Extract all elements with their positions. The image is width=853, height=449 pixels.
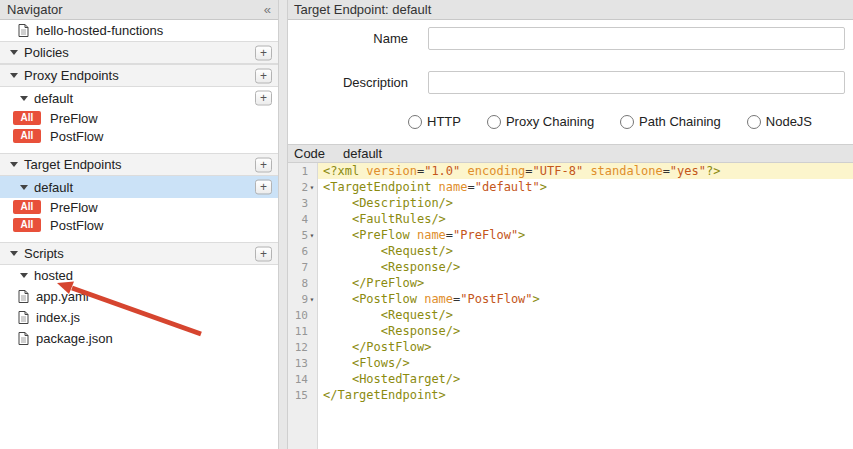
line-number[interactable]: 4 (288, 211, 317, 227)
chevron-down-icon[interactable] (10, 73, 18, 78)
divider (0, 234, 278, 242)
line-number[interactable]: 9▾ (288, 291, 317, 307)
file-icon (18, 290, 29, 303)
code-line[interactable]: </TargetEndpoint> (318, 387, 853, 403)
line-number[interactable]: 8 (288, 275, 317, 291)
nav-item-target-postflow[interactable]: All PostFlow (0, 216, 278, 234)
description-input[interactable] (428, 71, 845, 94)
nav-item-target-preflow[interactable]: All PreFlow (0, 198, 278, 216)
section-label: Policies (24, 45, 69, 60)
radio-nodejs[interactable]: NodeJS (747, 114, 812, 129)
radio-http-input[interactable] (408, 115, 422, 129)
nav-section-target-endpoints[interactable]: Target Endpoints + (0, 153, 278, 176)
endpoint-type-radios: HTTP Proxy Chaining Path Chaining NodeJS (408, 114, 812, 129)
code-line[interactable]: </PreFlow> (318, 275, 853, 291)
add-target-endpoint-button[interactable]: + (255, 157, 272, 172)
add-flow-button[interactable]: + (255, 180, 272, 195)
section-label: Target Endpoints (24, 157, 122, 172)
code-editor[interactable]: 12▾345▾6789▾101112131415 <?xml version="… (288, 163, 853, 449)
name-row: Name (288, 27, 845, 50)
code-line[interactable]: <Request/> (318, 243, 853, 259)
fold-arrow-icon[interactable]: ▾ (308, 183, 316, 192)
all-badge: All (13, 218, 41, 232)
code-line[interactable]: <FaultRules/> (318, 211, 853, 227)
code-line[interactable]: <Response/> (318, 259, 853, 275)
chevron-down-icon[interactable] (20, 273, 28, 278)
code-tab-filename[interactable]: default (343, 146, 382, 161)
nav-item-label: PreFlow (50, 200, 98, 215)
nav-item-proxy-root[interactable]: hello-hosted-functions (0, 20, 278, 41)
radio-http[interactable]: HTTP (408, 114, 461, 129)
chevron-down-icon[interactable] (20, 185, 28, 190)
fold-arrow-icon[interactable]: ▾ (308, 231, 316, 240)
line-number[interactable]: 10 (288, 307, 317, 323)
code-content[interactable]: <?xml version="1.0" encoding="UTF-8" sta… (318, 163, 853, 449)
chevron-down-icon[interactable] (10, 251, 18, 256)
radio-nodejs-input[interactable] (747, 115, 761, 129)
detail-panel: Target Endpoint: default Name Descriptio… (288, 0, 853, 449)
divider (0, 145, 278, 153)
nav-item-proxy-default[interactable]: default + (0, 87, 278, 109)
line-number[interactable]: 12 (288, 339, 317, 355)
nav-item-file-package-json[interactable]: package.json (0, 328, 278, 349)
nav-item-label: PreFlow (50, 111, 98, 126)
line-number[interactable]: 3 (288, 195, 317, 211)
nav-item-label: PostFlow (50, 129, 103, 144)
code-line[interactable]: <PostFlow name="PostFlow"> (318, 291, 853, 307)
code-line[interactable]: <PreFlow name="PreFlow"> (318, 227, 853, 243)
line-number[interactable]: 14 (288, 371, 317, 387)
radio-path-chaining[interactable]: Path Chaining (620, 114, 721, 129)
app-window: Navigator « hello-hosted-functions Polic… (0, 0, 853, 449)
add-flow-button[interactable]: + (255, 91, 272, 106)
radio-path-chaining-input[interactable] (620, 115, 634, 129)
radio-proxy-chaining-input[interactable] (487, 115, 501, 129)
all-badge: All (13, 200, 41, 214)
nav-item-proxy-preflow[interactable]: All PreFlow (0, 109, 278, 127)
code-line[interactable]: <TargetEndpoint name="default"> (318, 179, 853, 195)
add-script-button[interactable]: + (255, 246, 272, 261)
chevron-down-icon[interactable] (10, 50, 18, 55)
all-badge: All (13, 111, 41, 125)
section-label: Scripts (24, 246, 64, 261)
nav-section-policies[interactable]: Policies + (0, 41, 278, 64)
collapse-panel-icon[interactable]: « (264, 2, 271, 17)
line-number[interactable]: 1 (288, 163, 317, 179)
name-label: Name (288, 31, 428, 46)
line-number[interactable]: 2▾ (288, 179, 317, 195)
file-name: index.js (36, 310, 80, 325)
nav-item-label: default (34, 91, 73, 106)
file-icon (18, 311, 29, 324)
nav-item-hosted-folder[interactable]: hosted (0, 265, 278, 286)
chevron-down-icon[interactable] (10, 162, 18, 167)
line-number[interactable]: 7 (288, 259, 317, 275)
description-row: Description (288, 71, 845, 94)
line-number[interactable]: 6 (288, 243, 317, 259)
line-number[interactable]: 5▾ (288, 227, 317, 243)
code-line[interactable]: <?xml version="1.0" encoding="UTF-8" sta… (318, 163, 853, 179)
section-label: Proxy Endpoints (24, 68, 119, 83)
code-line[interactable]: <Description/> (318, 195, 853, 211)
fold-arrow-icon[interactable]: ▾ (308, 295, 316, 304)
line-number[interactable]: 11 (288, 323, 317, 339)
name-input[interactable] (428, 27, 845, 50)
radio-label: HTTP (427, 114, 461, 129)
nav-item-target-default[interactable]: default + (0, 176, 278, 198)
nav-section-scripts[interactable]: Scripts + (0, 242, 278, 265)
radio-proxy-chaining[interactable]: Proxy Chaining (487, 114, 594, 129)
panel-splitter[interactable] (278, 0, 288, 449)
code-line[interactable]: <Request/> (318, 307, 853, 323)
add-proxy-endpoint-button[interactable]: + (255, 68, 272, 83)
code-line[interactable]: <HostedTarget/> (318, 371, 853, 387)
nav-section-proxy-endpoints[interactable]: Proxy Endpoints + (0, 64, 278, 87)
line-number[interactable]: 15 (288, 387, 317, 403)
code-line[interactable]: <Flows/> (318, 355, 853, 371)
line-number[interactable]: 13 (288, 355, 317, 371)
nav-item-file-app-yaml[interactable]: app.yaml (0, 286, 278, 307)
chevron-down-icon[interactable] (20, 96, 28, 101)
line-number-gutter[interactable]: 12▾345▾6789▾101112131415 (288, 163, 318, 449)
code-line[interactable]: <Response/> (318, 323, 853, 339)
code-line[interactable]: </PostFlow> (318, 339, 853, 355)
nav-item-proxy-postflow[interactable]: All PostFlow (0, 127, 278, 145)
add-policy-button[interactable]: + (255, 45, 272, 60)
nav-item-file-index-js[interactable]: index.js (0, 307, 278, 328)
